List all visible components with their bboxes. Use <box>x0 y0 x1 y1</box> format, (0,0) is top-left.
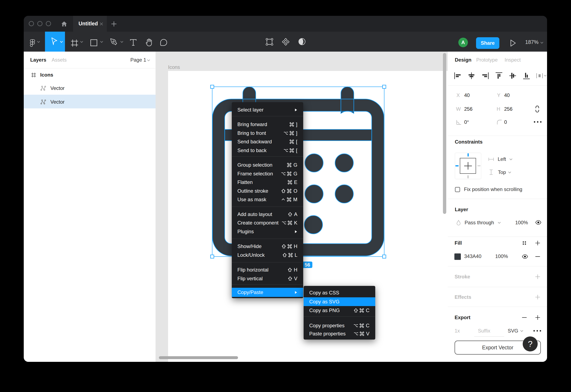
svg-text:56: 56 <box>305 262 310 267</box>
